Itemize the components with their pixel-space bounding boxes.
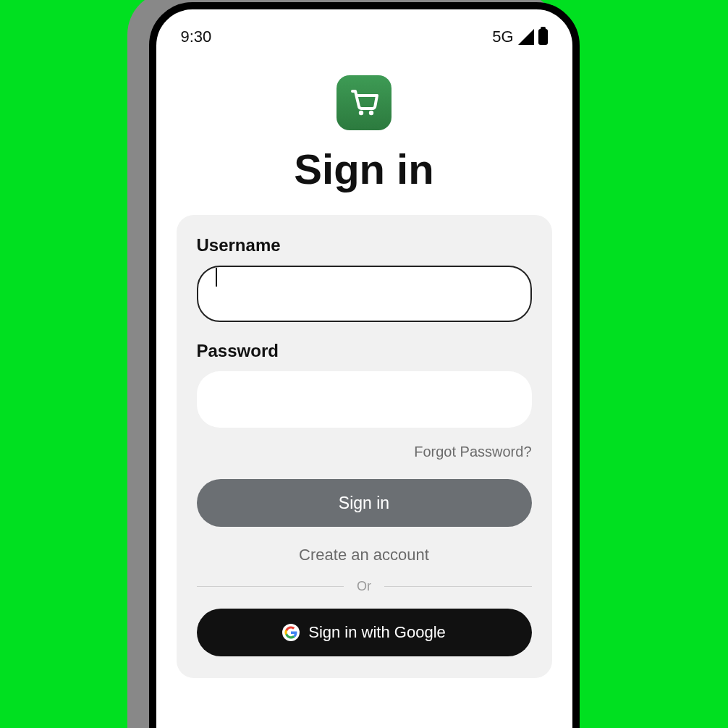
password-label: Password bbox=[197, 341, 532, 361]
divider-label: Or bbox=[357, 579, 371, 594]
phone-frame: 9:30 5G Sign in Username Password bbox=[149, 2, 580, 728]
forgot-password-link[interactable]: Forgot Password? bbox=[197, 444, 532, 460]
network-kind: 5G bbox=[492, 27, 513, 46]
username-input[interactable] bbox=[197, 266, 532, 322]
svg-point-1 bbox=[369, 111, 373, 115]
battery-icon bbox=[538, 29, 548, 45]
header: Sign in bbox=[156, 75, 572, 193]
svg-point-0 bbox=[359, 111, 363, 115]
divider-line bbox=[197, 586, 344, 587]
divider-line bbox=[384, 586, 532, 587]
google-signin-label: Sign in with Google bbox=[308, 623, 446, 642]
divider: Or bbox=[197, 579, 532, 594]
signin-card: Username Password Forgot Password? Sign … bbox=[177, 215, 552, 678]
google-signin-button[interactable]: Sign in with Google bbox=[197, 609, 532, 656]
sign-in-button[interactable]: Sign in bbox=[197, 479, 532, 527]
cellular-signal-icon bbox=[518, 29, 534, 45]
google-icon bbox=[282, 624, 300, 641]
status-bar: 9:30 5G bbox=[156, 27, 572, 61]
create-account-link[interactable]: Create an account bbox=[197, 546, 532, 564]
shopping-cart-icon bbox=[347, 84, 381, 122]
status-indicators: 5G bbox=[492, 27, 547, 46]
password-input[interactable] bbox=[197, 371, 532, 428]
text-caret bbox=[216, 268, 217, 287]
password-field-block: Password bbox=[197, 341, 532, 428]
page-title: Sign in bbox=[156, 145, 572, 193]
username-label: Username bbox=[197, 235, 532, 255]
app-logo bbox=[337, 75, 391, 130]
status-time: 9:30 bbox=[181, 27, 212, 46]
username-field-block: Username bbox=[197, 235, 532, 322]
